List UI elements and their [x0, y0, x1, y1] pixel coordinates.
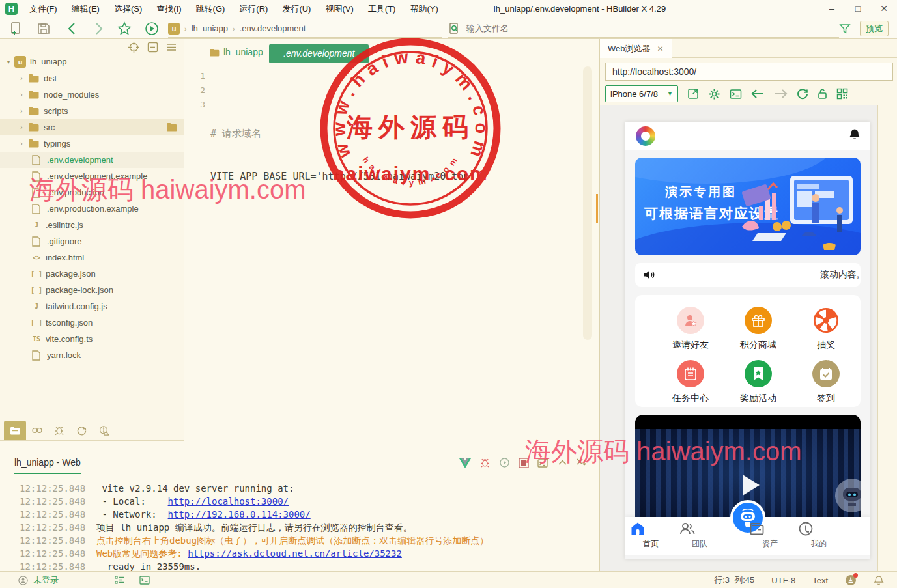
tree-item-src[interactable]: ›src	[0, 119, 184, 135]
navigate-forward-button[interactable]	[91, 21, 106, 36]
notice-bar[interactable]: 滚动内容,	[635, 263, 861, 287]
forward-icon[interactable]	[774, 89, 788, 99]
panel-menu-icon[interactable]	[166, 42, 177, 53]
grid-item-sign-in[interactable]: 签到	[793, 360, 859, 404]
tree-item-env-production[interactable]: .env.production	[0, 184, 184, 201]
tab-assets[interactable]: 资产	[749, 521, 791, 550]
breadcrumb-project[interactable]: lh_uniapp	[192, 23, 228, 33]
grid-item-reward-activity[interactable]: 奖励活动	[726, 360, 791, 404]
save-button[interactable]	[36, 21, 51, 36]
menu-find[interactable]: 查找(I)	[149, 0, 188, 18]
search-tab[interactable]	[26, 421, 48, 440]
grid-item-invite[interactable]: 邀请好友	[658, 307, 723, 351]
tree-item-gitignore[interactable]: .gitignore	[0, 233, 184, 249]
cursor-line[interactable]: 行:3	[714, 575, 730, 585]
close-tab-icon[interactable]: ✕	[657, 44, 664, 53]
menu-run[interactable]: 运行(R)	[232, 0, 275, 18]
vue-devtools-icon[interactable]	[459, 458, 471, 468]
clear-console-icon[interactable]	[576, 458, 588, 468]
grid-item-points-mall[interactable]: 积分商城	[726, 307, 791, 351]
tree-item-package-lock-json[interactable]: [ ]package-lock.json	[0, 282, 184, 298]
url-input[interactable]	[605, 63, 893, 81]
tree-item-node_modules[interactable]: ›node_modules	[0, 87, 184, 103]
restart-icon[interactable]	[499, 457, 510, 468]
maximize-button[interactable]: □	[845, 0, 871, 18]
menu-file[interactable]: 文件(F)	[22, 0, 64, 18]
menu-select[interactable]: 选择(S)	[107, 0, 149, 18]
login-status[interactable]: 未登录	[33, 574, 59, 586]
tree-item-package-json[interactable]: [ ]package.json	[0, 266, 184, 282]
grid-item-lottery[interactable]: 抽奖	[793, 307, 859, 351]
encoding-indicator[interactable]: UTF-8	[771, 576, 795, 585]
local-url-link[interactable]: http://localhost:3000/	[168, 495, 289, 508]
bookmark-star-button[interactable]	[117, 21, 132, 36]
stop-icon[interactable]	[519, 458, 529, 468]
chevron-down-icon[interactable]: ▾	[4, 58, 13, 65]
menu-edit[interactable]: 编辑(E)	[64, 0, 107, 18]
grid-item-task-center[interactable]: 任务中心	[658, 360, 723, 404]
open-terminal-icon[interactable]	[537, 458, 549, 468]
tree-item-typings[interactable]: ›typings	[0, 135, 184, 152]
menu-view[interactable]: 视图(V)	[318, 0, 360, 18]
menu-publish[interactable]: 发行(U)	[275, 0, 318, 18]
cursor-col[interactable]: 列:45	[734, 575, 754, 585]
qr-code-icon[interactable]	[836, 88, 848, 100]
faq-link[interactable]: https://ask.dcloud.net.cn/article/35232	[188, 547, 402, 560]
run-button[interactable]	[145, 21, 159, 36]
play-icon[interactable]	[743, 475, 760, 496]
filter-icon[interactable]	[839, 23, 851, 35]
debug-bug-icon[interactable]	[479, 457, 491, 468]
back-icon[interactable]	[751, 89, 765, 99]
chevron-right-icon[interactable]: ›	[17, 75, 26, 82]
tree-item-tsconfig[interactable]: [ ]tsconfig.json	[0, 315, 184, 331]
editor-scrollbar[interactable]	[583, 66, 592, 340]
console-window-icon[interactable]	[730, 89, 742, 100]
app-bell-icon[interactable]	[849, 128, 861, 141]
menu-tools[interactable]: 工具(T)	[361, 0, 403, 18]
notifications-bell-icon[interactable]	[874, 575, 884, 586]
breadcrumb-file[interactable]: .env.development	[240, 23, 306, 33]
locate-file-icon[interactable]	[128, 42, 139, 53]
debug-tab[interactable]	[48, 421, 70, 440]
outline-icon[interactable]	[115, 576, 125, 585]
collapse-panel-icon[interactable]	[558, 458, 567, 467]
search-input[interactable]	[466, 23, 779, 33]
tree-item-tailwind-config[interactable]: Jtailwind.config.js	[0, 298, 184, 315]
tree-item-yarn-lock[interactable]: yarn.lock	[0, 347, 184, 363]
refresh-icon[interactable]	[797, 88, 808, 100]
tree-root-lh_uniapp[interactable]: ▾ u lh_uniapp	[0, 53, 184, 70]
update-icon[interactable]	[845, 574, 857, 586]
new-file-button[interactable]	[9, 21, 23, 36]
tree-item-eslintrc[interactable]: J.eslintrc.js	[0, 217, 184, 233]
collapse-all-icon[interactable]	[147, 42, 158, 53]
menu-goto[interactable]: 跳转(G)	[189, 0, 233, 18]
lock-icon[interactable]	[818, 88, 827, 100]
tree-item-env-production-example[interactable]: .env.production.example	[0, 201, 184, 217]
tree-item-dist[interactable]: ›dist	[0, 70, 184, 87]
tree-item-env-development-example[interactable]: .env.development.example	[0, 168, 184, 184]
close-button[interactable]: ✕	[871, 0, 897, 18]
tab-team[interactable]: 团队	[679, 521, 720, 550]
filetype-indicator[interactable]: Text	[812, 576, 828, 585]
editor-tab-env-development[interactable]: .env.development	[269, 44, 369, 63]
editor-project-label[interactable]: lh_uniapp	[209, 47, 263, 57]
tree-item-vite-config[interactable]: TSvite.config.ts	[0, 331, 184, 347]
tree-item-scripts[interactable]: ›scripts	[0, 103, 184, 119]
tab-home[interactable]: 首页	[630, 521, 672, 550]
refresh-tab[interactable]	[70, 421, 93, 440]
files-tab[interactable]	[4, 421, 26, 440]
app-banner[interactable]: 演示专用图 可根据语言对应设置	[635, 158, 861, 255]
open-external-icon[interactable]	[687, 88, 699, 100]
console-tab[interactable]: lh_uniapp - Web	[14, 457, 81, 474]
network-url-link[interactable]: http://192.168.0.114:3000/	[168, 508, 311, 521]
terminal-icon[interactable]	[139, 576, 150, 585]
tree-item-env-development[interactable]: .env.development	[0, 152, 184, 168]
device-select[interactable]: iPhone 6/7/8▼	[605, 85, 678, 102]
settings-gear-icon[interactable]	[708, 88, 720, 100]
code-content[interactable]: # 请求域名 VITE_APP_BASE_URL='http://531.hai…	[210, 69, 475, 212]
remote-tab[interactable]	[93, 421, 115, 440]
preview-button[interactable]: 预览	[860, 21, 889, 36]
minimize-button[interactable]: –	[819, 0, 845, 18]
tab-mine[interactable]: 我的	[798, 521, 840, 550]
navigate-back-button[interactable]	[65, 21, 79, 36]
